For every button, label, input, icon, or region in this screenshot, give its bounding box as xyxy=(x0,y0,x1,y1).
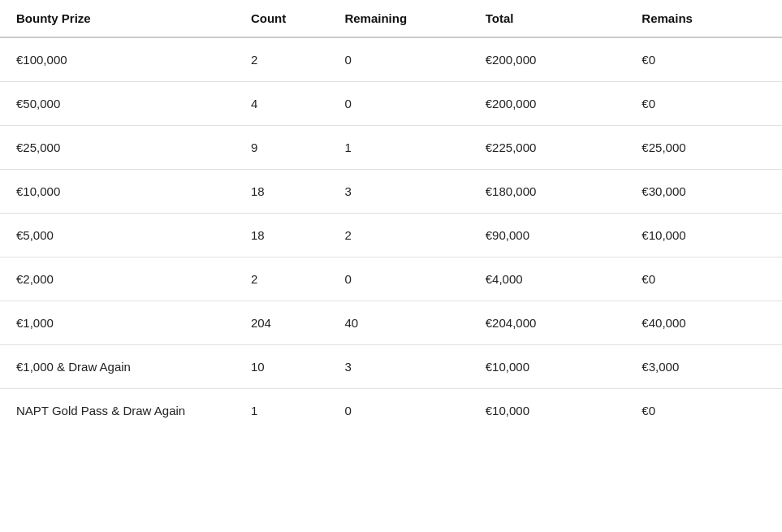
header-count: Count xyxy=(235,0,329,37)
cell-remaining: 0 xyxy=(328,257,469,301)
table-row: €10,000183€180,000€30,000 xyxy=(0,170,782,214)
cell-remains: €0 xyxy=(625,82,782,126)
cell-prize: €25,000 xyxy=(0,126,235,170)
cell-count: 2 xyxy=(235,257,329,301)
cell-remains: €0 xyxy=(625,257,782,301)
cell-total: €4,000 xyxy=(469,257,626,301)
cell-prize: €10,000 xyxy=(0,170,235,214)
table-row: €1,000 & Draw Again103€10,000€3,000 xyxy=(0,345,782,389)
cell-remains: €30,000 xyxy=(625,170,782,214)
bounty-prize-table: Bounty Prize Count Remaining Total Remai… xyxy=(0,0,782,432)
cell-count: 18 xyxy=(235,214,329,257)
cell-prize: €1,000 & Draw Again xyxy=(0,345,235,389)
cell-prize: €2,000 xyxy=(0,257,235,301)
table-row: €25,00091€225,000€25,000 xyxy=(0,126,782,170)
cell-total: €200,000 xyxy=(469,82,626,126)
cell-count: 18 xyxy=(235,170,329,214)
cell-remaining: 0 xyxy=(328,82,469,126)
cell-count: 1 xyxy=(235,389,329,433)
cell-remaining: 40 xyxy=(328,301,469,345)
cell-total: €204,000 xyxy=(469,301,626,345)
cell-remains: €0 xyxy=(625,37,782,82)
cell-count: 4 xyxy=(235,82,329,126)
cell-count: 2 xyxy=(235,37,329,82)
cell-total: €90,000 xyxy=(469,214,626,257)
cell-remaining: 0 xyxy=(328,37,469,82)
cell-remains: €10,000 xyxy=(625,214,782,257)
cell-total: €10,000 xyxy=(469,389,626,433)
table-row: €100,00020€200,000€0 xyxy=(0,37,782,82)
cell-total: €10,000 xyxy=(469,345,626,389)
cell-count: 9 xyxy=(235,126,329,170)
table-header-row: Bounty Prize Count Remaining Total Remai… xyxy=(0,0,782,37)
header-remaining: Remaining xyxy=(328,0,469,37)
cell-remains: €25,000 xyxy=(625,126,782,170)
cell-remaining: 3 xyxy=(328,170,469,214)
cell-total: €200,000 xyxy=(469,37,626,82)
cell-count: 204 xyxy=(235,301,329,345)
cell-total: €180,000 xyxy=(469,170,626,214)
cell-prize: €50,000 xyxy=(0,82,235,126)
header-prize: Bounty Prize xyxy=(0,0,235,37)
cell-prize: €5,000 xyxy=(0,214,235,257)
cell-total: €225,000 xyxy=(469,126,626,170)
cell-remaining: 2 xyxy=(328,214,469,257)
cell-remains: €0 xyxy=(625,389,782,433)
table-row: €1,00020440€204,000€40,000 xyxy=(0,301,782,345)
cell-remaining: 3 xyxy=(328,345,469,389)
table-row: €2,00020€4,000€0 xyxy=(0,257,782,301)
cell-count: 10 xyxy=(235,345,329,389)
cell-remaining: 0 xyxy=(328,389,469,433)
header-total: Total xyxy=(469,0,626,37)
cell-prize: €1,000 xyxy=(0,301,235,345)
cell-remaining: 1 xyxy=(328,126,469,170)
cell-prize: NAPT Gold Pass & Draw Again xyxy=(0,389,235,433)
table-row: €5,000182€90,000€10,000 xyxy=(0,214,782,257)
cell-remains: €40,000 xyxy=(625,301,782,345)
table-row: NAPT Gold Pass & Draw Again10€10,000€0 xyxy=(0,389,782,433)
header-remains: Remains xyxy=(625,0,782,37)
table-row: €50,00040€200,000€0 xyxy=(0,82,782,126)
cell-remains: €3,000 xyxy=(625,345,782,389)
cell-prize: €100,000 xyxy=(0,37,235,82)
